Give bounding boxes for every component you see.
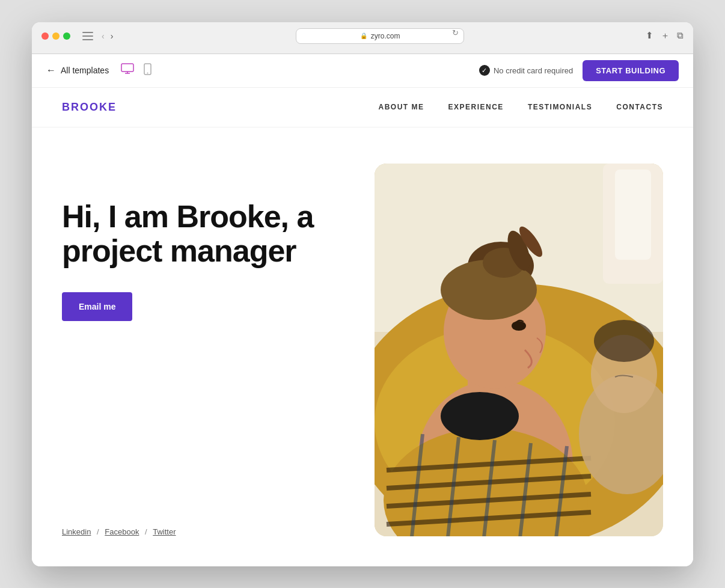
browser-titlebar: ‹ › 🔒 zyro.com ↻ ⬆ ＋ ⧉ <box>41 28 684 44</box>
nav-arrows: ‹ › <box>100 31 114 41</box>
forward-arrow-icon[interactable]: › <box>109 31 115 41</box>
maximize-button[interactable] <box>63 32 70 40</box>
nav-experience[interactable]: EXPERIENCE <box>448 103 504 111</box>
svg-point-28 <box>441 392 519 440</box>
lock-icon: 🔒 <box>360 32 367 39</box>
minimize-button[interactable] <box>52 32 60 40</box>
email-me-button[interactable]: Email me <box>62 292 132 321</box>
nav-testimonials[interactable]: TESTIMONIALS <box>528 103 592 111</box>
hero-image <box>375 164 663 536</box>
social-sep-1: / <box>97 527 101 536</box>
browser-toolbar-icons: ⬆ ＋ ⧉ <box>646 30 684 41</box>
site-nav-links: ABOUT ME EXPERIENCE TESTIMONIALS CONTACT… <box>379 103 663 111</box>
svg-point-31 <box>594 320 654 362</box>
svg-point-4 <box>147 72 148 73</box>
mobile-icon[interactable] <box>144 63 151 78</box>
traffic-lights <box>41 32 70 40</box>
svg-rect-0 <box>121 64 133 72</box>
twitter-link[interactable]: Twitter <box>153 527 176 536</box>
start-building-button[interactable]: START BUILDING <box>583 60 679 81</box>
social-links: Linkedin / Facebook / Twitter <box>62 491 350 536</box>
url-bar[interactable]: 🔒 zyro.com <box>296 28 464 44</box>
back-arrow-icon[interactable]: ‹ <box>100 31 106 41</box>
desktop-icon[interactable] <box>121 63 134 78</box>
website-preview: BROOKE ABOUT ME EXPERIENCE TESTIMONIALS … <box>32 88 693 566</box>
no-credit-card-label: No credit card required <box>494 66 573 75</box>
browser-window: ‹ › 🔒 zyro.com ↻ ⬆ ＋ ⧉ ← All templates <box>32 22 693 566</box>
site-logo: BROOKE <box>62 101 117 114</box>
all-templates-label: All templates <box>61 66 109 75</box>
device-icons <box>121 63 151 78</box>
refresh-icon[interactable]: ↻ <box>452 28 459 37</box>
nav-contacts[interactable]: CONTACTS <box>616 103 663 111</box>
app-toolbar: ← All templates ✓ No credit car <box>32 54 693 88</box>
toolbar-right: ✓ No credit card required START BUILDING <box>479 60 679 81</box>
close-button[interactable] <box>41 32 49 40</box>
no-credit-card-notice: ✓ No credit card required <box>479 65 573 76</box>
nav-about-me[interactable]: ABOUT ME <box>379 103 424 111</box>
back-nav[interactable]: ← All templates <box>46 65 109 76</box>
hero-section: Hi, I am Brooke, a project manager Email… <box>32 127 693 566</box>
browser-chrome: ‹ › 🔒 zyro.com ↻ ⬆ ＋ ⧉ <box>32 22 693 54</box>
url-text: zyro.com <box>371 32 400 40</box>
check-icon: ✓ <box>479 65 490 76</box>
tabs-icon[interactable]: ⧉ <box>677 30 684 41</box>
new-tab-icon[interactable]: ＋ <box>661 30 670 41</box>
facebook-link[interactable]: Facebook <box>105 527 139 536</box>
social-sep-2: / <box>145 527 149 536</box>
hero-title: Hi, I am Brooke, a project manager <box>62 200 350 268</box>
linkedin-link[interactable]: Linkedin <box>62 527 91 536</box>
back-arrow-icon: ← <box>46 65 56 76</box>
share-icon[interactable]: ⬆ <box>646 30 653 41</box>
hero-content: Hi, I am Brooke, a project manager Email… <box>62 164 350 536</box>
svg-point-17 <box>512 321 526 331</box>
sidebar-toggle-icon[interactable] <box>82 32 93 40</box>
svg-rect-33 <box>615 170 651 260</box>
site-nav: BROOKE ABOUT ME EXPERIENCE TESTIMONIALS … <box>32 88 693 127</box>
